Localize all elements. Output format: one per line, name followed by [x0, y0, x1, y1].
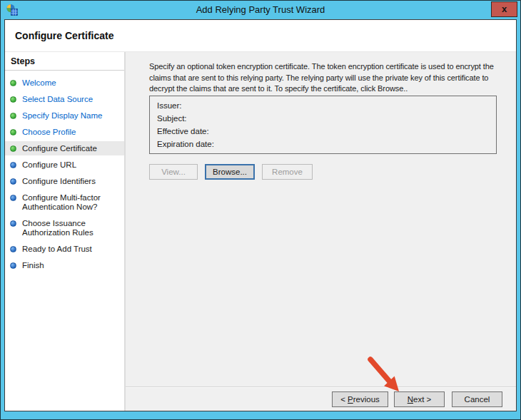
step-item-specify-display-name[interactable]: Specify Display Name — [5, 108, 124, 123]
main-panel: Specify an optional token encryption cer… — [124, 52, 516, 411]
footer-button-bar: < Previous Next > Cancel — [126, 386, 516, 411]
wizard-client-area: Configure Certificate Steps Welcome Sele… — [4, 19, 517, 411]
step-item-configure-mfa: Configure Multi-factor Authentication No… — [5, 190, 124, 214]
window-title: Add Relying Party Trust Wizard — [1, 4, 520, 15]
panel-content: Specify an optional token encryption cer… — [126, 52, 516, 180]
step-item-choose-profile[interactable]: Choose Profile — [5, 125, 124, 139]
certificate-info-box: Issuer: Subject: Effective date: Expirat… — [149, 96, 497, 154]
previous-label-pre: < — [340, 395, 348, 404]
step-pending-icon — [10, 178, 16, 185]
step-item-select-data-source[interactable]: Select Data Source — [5, 92, 124, 106]
next-button[interactable]: Next > — [394, 391, 445, 407]
step-item-ready-to-add-trust: Ready to Add Trust — [5, 242, 124, 256]
step-item-configure-certificate: Configure Certificate — [5, 141, 124, 155]
page-title: Configure Certificate — [15, 30, 113, 41]
cert-field-subject: Subject: — [157, 112, 489, 125]
step-item-finish: Finish — [5, 258, 124, 272]
cert-field-issuer: Issuer: — [157, 99, 489, 112]
step-item-choose-issuance-rules: Choose Issuance Authorization Rules — [5, 216, 124, 240]
step-item-welcome[interactable]: Welcome — [5, 76, 124, 90]
cert-field-effective-date: Effective date: — [157, 125, 489, 138]
previous-button[interactable]: < Previous — [332, 391, 388, 407]
wizard-body: Steps Welcome Select Data Source Specify… — [5, 51, 516, 411]
steps-list: Welcome Select Data Source Specify Displ… — [5, 76, 124, 272]
step-completed-icon — [10, 96, 16, 103]
step-item-configure-url: Configure URL — [5, 158, 124, 172]
next-access-key: N — [408, 395, 413, 404]
step-pending-icon — [10, 162, 16, 168]
close-icon: x — [502, 4, 507, 14]
certificate-button-row: View... Browse... Remove — [149, 164, 497, 180]
view-button[interactable]: View... — [149, 164, 198, 180]
page-header: Configure Certificate — [5, 20, 516, 51]
cancel-button[interactable]: Cancel — [452, 391, 502, 407]
titlebar: Add Relying Party Trust Wizard x — [1, 1, 520, 19]
previous-access-key: P — [348, 395, 353, 404]
step-pending-icon — [10, 195, 16, 201]
step-pending-icon — [10, 220, 16, 227]
cert-field-expiration-date: Expiration date: — [157, 138, 489, 150]
step-completed-icon — [10, 80, 16, 86]
remove-button[interactable]: Remove — [262, 164, 313, 180]
step-completed-icon — [10, 129, 16, 135]
steps-sidebar: Steps Welcome Select Data Source Specify… — [5, 52, 124, 411]
close-button[interactable]: x — [491, 1, 517, 17]
step-completed-icon — [10, 113, 16, 119]
steps-heading: Steps — [5, 52, 124, 71]
description-text: Specify an optional token encryption cer… — [149, 61, 497, 95]
step-current-icon — [10, 145, 16, 152]
next-label-rest: ext > — [413, 395, 431, 404]
previous-label-rest: revious — [353, 395, 380, 404]
step-pending-icon — [10, 246, 16, 252]
step-item-configure-identifiers: Configure Identifiers — [5, 174, 124, 188]
wizard-window: Add Relying Party Trust Wizard x Configu… — [0, 0, 521, 420]
step-pending-icon — [10, 262, 16, 269]
browse-button[interactable]: Browse... — [205, 164, 255, 180]
